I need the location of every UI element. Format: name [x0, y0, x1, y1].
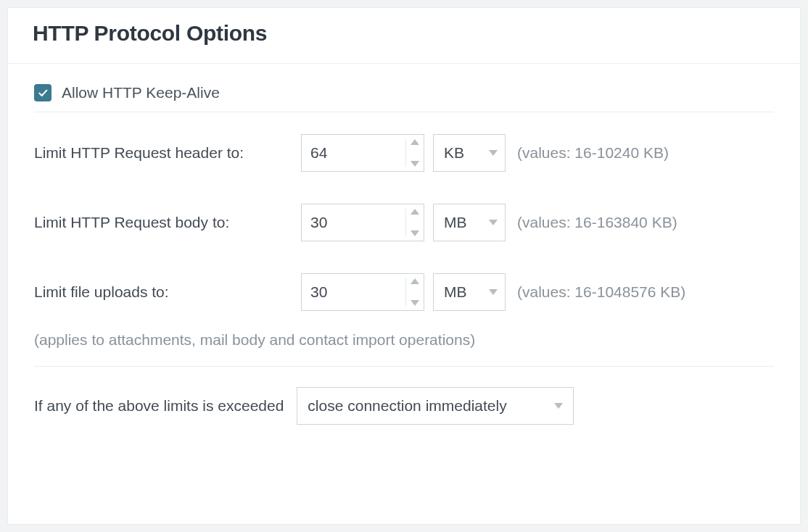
upload-limit-spinner[interactable] — [301, 273, 424, 311]
stepper-up-icon[interactable] — [411, 209, 419, 215]
exceeded-label: If any of the above limits is exceeded — [34, 397, 284, 415]
keep-alive-label: Allow HTTP Keep-Alive — [62, 84, 220, 101]
section-title: HTTP Protocol Options — [33, 21, 775, 46]
body-limit-input[interactable] — [310, 214, 415, 231]
card-body: Allow HTTP Keep-Alive Limit HTTP Request… — [8, 64, 800, 454]
exceeded-action-select[interactable]: close connection immediately — [297, 387, 574, 425]
body-limit-stepper — [405, 209, 419, 236]
upload-limit-note: (applies to attachments, mail body and c… — [34, 331, 774, 349]
header-limit-unit-select[interactable]: KB — [433, 134, 506, 172]
upload-limit-unit-text: MB — [444, 283, 467, 301]
upload-limit-unit-select[interactable]: MB — [433, 273, 506, 311]
body-limit-label: Limit HTTP Request body to: — [34, 214, 292, 231]
card-header: HTTP Protocol Options — [8, 8, 800, 64]
body-limit-unit-select[interactable]: MB — [433, 204, 506, 241]
stepper-down-icon[interactable] — [411, 161, 419, 167]
header-limit-label: Limit HTTP Request header to: — [34, 144, 292, 162]
header-limit-input[interactable] — [310, 144, 415, 162]
header-limit-hint: (values: 16-10240 KB) — [514, 144, 774, 162]
check-icon — [37, 87, 49, 99]
upload-limit-stepper — [405, 278, 419, 306]
keep-alive-row: Allow HTTP Keep-Alive — [34, 84, 774, 101]
body-limit-hint: (values: 16-163840 KB) — [514, 214, 774, 231]
exceeded-row: If any of the above limits is exceeded c… — [34, 387, 774, 425]
body-limit-unit-text: MB — [444, 214, 467, 231]
stepper-down-icon[interactable] — [411, 300, 419, 306]
header-limit-stepper — [405, 139, 419, 167]
keep-alive-checkbox[interactable] — [34, 84, 51, 101]
stepper-up-icon[interactable] — [411, 278, 419, 284]
stepper-down-icon[interactable] — [411, 230, 419, 236]
stepper-up-icon[interactable] — [411, 139, 419, 145]
upload-limit-label: Limit file uploads to: — [34, 283, 292, 301]
header-limit-unit-text: KB — [444, 144, 464, 162]
divider — [34, 366, 774, 367]
chevron-down-icon — [489, 220, 498, 225]
chevron-down-icon — [489, 289, 498, 295]
chevron-down-icon — [554, 403, 563, 409]
exceeded-action-text: close connection immediately — [308, 397, 506, 415]
divider — [34, 112, 774, 112]
limits-grid: Limit HTTP Request header to: KB (values… — [34, 134, 774, 311]
http-protocol-options-card: HTTP Protocol Options Allow HTTP Keep-Al… — [7, 7, 801, 525]
upload-limit-input[interactable] — [310, 283, 415, 301]
body-limit-spinner[interactable] — [301, 204, 424, 241]
upload-limit-hint: (values: 16-1048576 KB) — [514, 283, 774, 301]
chevron-down-icon — [489, 150, 498, 156]
header-limit-spinner[interactable] — [301, 134, 424, 172]
